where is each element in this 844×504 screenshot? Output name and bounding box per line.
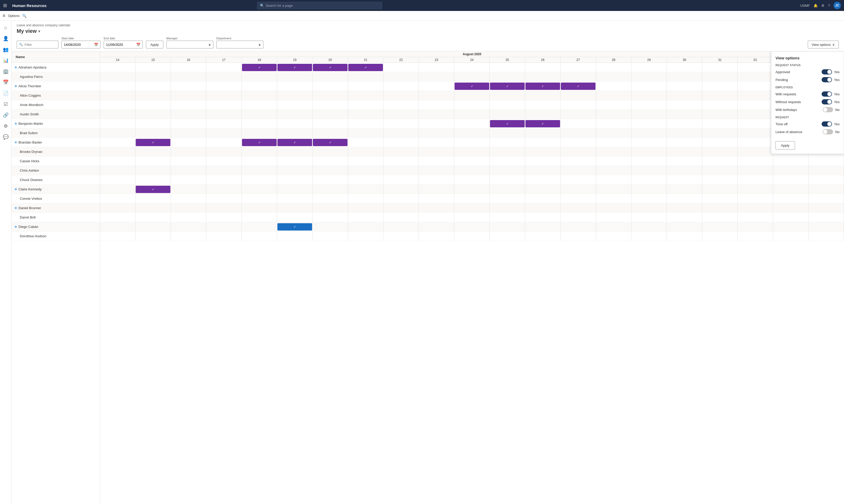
calendar-cell (419, 222, 454, 231)
calendar-cell (242, 175, 277, 184)
calendar-cell (631, 166, 667, 175)
sidebar-item-person-add[interactable]: 👥 (1, 44, 11, 55)
sidebar-item-document[interactable]: 📄 (1, 88, 11, 98)
view-options-button[interactable]: View options ∨ (808, 41, 839, 49)
sidebar-item-chart[interactable]: 📊 (1, 55, 11, 66)
user-avatar[interactable]: JC (833, 2, 841, 9)
calendar-cell (136, 166, 171, 175)
employee-name: Austin Smith (20, 112, 39, 116)
help-icon[interactable]: ? (828, 4, 830, 7)
view-options-apply-button[interactable]: Apply (775, 141, 795, 149)
sidebar-item-person-group[interactable]: 🏢 (1, 66, 11, 76)
calendar-cell (348, 110, 383, 119)
check-icon: ✓ (506, 122, 509, 126)
leave-of-absence-toggle[interactable] (823, 129, 833, 134)
start-date-input[interactable]: 14/08/2020 📅 (61, 41, 101, 49)
expand-icon[interactable]: ⊕ (15, 225, 17, 229)
sidebar-item-calendar[interactable]: 📅 (1, 77, 11, 88)
calendar-cell (383, 175, 419, 184)
without-requests-row: Without requests Yes (775, 99, 840, 105)
expand-icon[interactable]: ⊕ (15, 206, 17, 210)
sidebar-item-chat[interactable]: 💬 (1, 132, 11, 142)
pending-toggle[interactable] (822, 77, 832, 82)
calendar-cell (383, 63, 419, 72)
end-date-input[interactable]: 11/09/2020 📅 (104, 41, 143, 49)
leave-block[interactable]: ✓ (348, 64, 383, 71)
sidebar-item-checklist[interactable]: ☑ (1, 99, 11, 109)
check-icon: ✓ (542, 122, 544, 126)
leave-block[interactable]: ✓ (490, 120, 525, 127)
calendar-cell (667, 194, 702, 203)
leave-block[interactable]: ✓ (242, 64, 277, 71)
employee-name: Cassie Hicks (20, 159, 39, 163)
apply-button[interactable]: Apply (146, 41, 163, 49)
calendar-cell (631, 72, 667, 81)
sidebar-item-gear[interactable]: ⚙ (1, 121, 11, 131)
calendar-cell (738, 100, 773, 109)
calendar-cell (561, 157, 596, 166)
calendar-cell (419, 72, 454, 81)
approved-toggle[interactable] (822, 69, 832, 74)
sidebar-item-home[interactable]: ⌂ (1, 22, 11, 33)
department-select[interactable]: ∨ (216, 41, 263, 49)
filter-search-input[interactable]: 🔍 (17, 41, 58, 49)
page-title-chevron[interactable]: ▾ (38, 29, 40, 33)
manager-select[interactable]: ∨ (166, 41, 213, 49)
leave-block[interactable]: ✓ (277, 223, 312, 231)
with-requests-row: With requests Yes (775, 91, 840, 97)
breadcrumb: Leave and absence company calendar (17, 23, 839, 27)
calendar-cell (383, 213, 419, 222)
leave-block[interactable]: ✓ (277, 139, 312, 146)
calendar-cell (206, 213, 242, 222)
leave-block[interactable]: ✓ (561, 83, 595, 90)
filter-input-field[interactable] (24, 43, 56, 47)
expand-icon[interactable]: ⊕ (15, 84, 17, 88)
leave-block[interactable]: ✓ (136, 139, 170, 146)
expand-icon[interactable]: ⊕ (15, 141, 17, 144)
calendar-cell (667, 175, 702, 184)
calendar-cell (242, 147, 277, 156)
time-off-toggle[interactable] (822, 121, 832, 127)
calendar-cell (419, 138, 454, 147)
calendar-cell (738, 232, 773, 241)
with-requests-toggle[interactable] (822, 91, 832, 97)
leave-block[interactable]: ✓ (242, 139, 277, 146)
calendar-cell (100, 138, 136, 147)
calendar-cell (136, 232, 171, 241)
sidebar-item-network[interactable]: 🔗 (1, 110, 11, 120)
leave-block[interactable]: ✓ (525, 120, 560, 127)
calendar-cell (171, 72, 206, 81)
leave-block[interactable]: ✓ (490, 83, 525, 90)
settings-icon[interactable]: ⚙ (821, 4, 824, 7)
expand-icon[interactable]: ⊕ (15, 66, 17, 69)
leave-block[interactable]: ✓ (277, 64, 312, 71)
calendar-cell (525, 157, 561, 166)
leave-block[interactable]: ✓ (313, 139, 347, 146)
leave-block[interactable]: ✓ (313, 64, 347, 71)
manager-label: Manager (166, 37, 213, 40)
calendar-cell (100, 82, 136, 91)
expand-icon[interactable]: ⊕ (15, 187, 17, 191)
end-date-calendar-icon[interactable]: 📅 (136, 43, 140, 47)
leave-block[interactable]: ✓ (136, 186, 170, 193)
calendar-cell: ✓ (136, 185, 171, 194)
leave-block[interactable]: ✓ (525, 83, 560, 90)
search-bar[interactable]: 🔍 Search for a page (257, 2, 382, 9)
notification-icon[interactable]: 🔔 (813, 4, 818, 7)
calendar-cell (454, 175, 490, 184)
calendar-cell (631, 157, 667, 166)
calendar-cell (738, 110, 773, 119)
second-bar-search-icon[interactable]: 🔍 (22, 14, 26, 18)
without-requests-toggle[interactable] (822, 99, 832, 105)
calendar-cell (596, 138, 631, 147)
leave-block[interactable]: ✓ (454, 83, 489, 90)
sidebar-item-people[interactable]: 👤 (1, 33, 11, 44)
expand-icon[interactable]: ⊕ (15, 122, 17, 125)
grid-icon[interactable]: ⊞ (3, 3, 7, 8)
sidebar: ⌂ 👤 👥 📊 🏢 📅 📄 ☑ 🔗 ⚙ 💬 (0, 21, 12, 504)
hamburger-icon[interactable]: ≡ (3, 13, 5, 18)
calendar-cell (454, 147, 490, 156)
with-birthdays-toggle[interactable] (823, 107, 833, 112)
approved-row: Approved Yes (775, 69, 840, 74)
start-date-calendar-icon[interactable]: 📅 (94, 43, 98, 47)
